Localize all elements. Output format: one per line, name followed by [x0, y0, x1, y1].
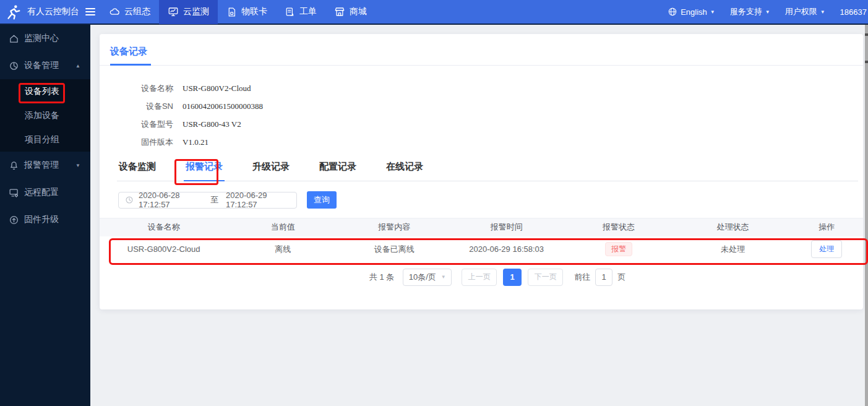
topbar-right: English ▼ 服务支持 ▼ 用户权限 ▼ 186637 [668, 6, 868, 17]
topnav-label: 工单 [299, 6, 317, 17]
total-count-label: 共 1 条 [369, 272, 394, 283]
chevron-down-icon: ▼ [441, 274, 446, 280]
permissions-dropdown[interactable]: 用户权限 ▼ [785, 6, 825, 17]
handle-button[interactable]: 处理 [811, 240, 842, 258]
goto-label: 前往 [574, 272, 590, 283]
tab-upgrade-record[interactable]: 升级记录 [251, 161, 291, 181]
page-title: 设备记录 [110, 46, 147, 65]
sidebar-item-label: 添加设备 [25, 110, 59, 121]
col-handle-status: 处理状态 [675, 218, 790, 236]
brand: 有人云控制台 [0, 4, 100, 20]
support-label: 服务支持 [730, 6, 762, 17]
chevron-down-icon: ▼ [765, 9, 770, 15]
end-datetime: 2020-06-29 17:12:57 [226, 191, 290, 209]
topnav-item-iot-sim[interactable]: 物联卡 [218, 0, 276, 24]
device-name-label: 设备名称 [100, 83, 173, 94]
sidebar-item-project-group[interactable]: 项目分组 [0, 127, 90, 152]
cell-alarm-time: 2020-06-29 16:58:03 [451, 236, 562, 262]
page-size-value: 10条/页 [409, 272, 436, 283]
header-divider [100, 65, 863, 66]
bell-icon [9, 160, 19, 171]
col-current-value: 当前值 [228, 218, 338, 236]
topnav-item-work-order[interactable]: 工单 [276, 0, 325, 24]
start-datetime: 2020-06-28 17:12:57 [139, 191, 203, 209]
device-info: 设备名称 USR-G800V2-Cloud 设备SN 0160042006150… [100, 79, 863, 151]
date-range-separator: 至 [210, 194, 218, 205]
firmware-version-label: 固件版本 [100, 137, 173, 148]
sidebar-item-label: 固件升级 [24, 214, 59, 225]
store-icon [334, 6, 345, 17]
page-size-select[interactable]: 10条/页 ▼ [403, 269, 452, 286]
device-name-value: USR-G800V2-Cloud [183, 84, 251, 93]
language-label: English [681, 7, 707, 17]
chevron-down-icon: ▼ [710, 9, 715, 15]
cell-operation: 处理 [791, 236, 863, 262]
scrollbar-mark [865, 61, 868, 63]
goto-page-input[interactable] [595, 269, 612, 286]
topnav-item-cloud-scada[interactable]: 云组态 [100, 0, 159, 24]
sidebar-item-remote-config[interactable]: 远程配置 [0, 179, 90, 206]
topnav-item-cloud-monitor[interactable]: 云监测 [159, 0, 218, 24]
sidebar-item-label: 报警管理 [24, 160, 59, 171]
hamburger-menu-icon[interactable] [85, 7, 95, 16]
col-alarm-content: 报警内容 [338, 218, 451, 236]
title-active-indicator [110, 64, 151, 66]
tab-online-record[interactable]: 在线记录 [384, 161, 425, 181]
top-navigation: 云组态 云监测 物联卡 [100, 0, 376, 24]
col-alarm-time: 报警时间 [451, 218, 562, 236]
topnav-label: 商城 [350, 6, 367, 17]
sidebar-item-add-device[interactable]: 添加设备 [0, 103, 90, 127]
query-button[interactable]: 查询 [307, 191, 337, 209]
device-info-row: 固件版本 V1.0.21 [100, 133, 863, 151]
alarm-record-table: 设备名称 当前值 报警内容 报警时间 报警状态 处理状态 操作 USR-G800… [100, 218, 863, 262]
monitor-icon [168, 6, 179, 17]
col-alarm-status: 报警状态 [562, 218, 676, 236]
usr-logo-icon [6, 4, 22, 20]
pagination: 共 1 条 10条/页 ▼ 上一页 1 下一页 前往 页 [100, 269, 863, 286]
chevron-up-icon: ▲ [75, 63, 80, 69]
device-info-row: 设备SN 01600420061500000388 [100, 97, 863, 115]
support-dropdown[interactable]: 服务支持 ▼ [730, 6, 770, 17]
sidebar-item-firmware-upgrade[interactable]: 固件升级 [0, 206, 90, 233]
cell-handle-status: 未处理 [675, 236, 790, 262]
col-device-name: 设备名称 [100, 218, 228, 236]
card-header: 设备记录 [100, 34, 863, 65]
col-operation: 操作 [791, 218, 863, 236]
sidebar-item-device-management[interactable]: 设备管理 ▲ [0, 52, 90, 79]
device-icon [9, 61, 19, 71]
topnav-label: 云监测 [183, 6, 209, 17]
sidebar-item-label: 设备管理 [24, 60, 59, 71]
account-number[interactable]: 186637 [840, 7, 867, 17]
cloud-icon [109, 6, 120, 17]
globe-icon [668, 7, 677, 17]
filter-bar: 2020-06-28 17:12:57 至 2020-06-29 17:12:5… [118, 191, 863, 209]
remote-config-icon [9, 188, 19, 198]
sidebar-item-device-list[interactable]: 设备列表 [0, 79, 90, 103]
goto-unit-label: 页 [617, 272, 625, 283]
firmware-upgrade-icon [9, 215, 19, 225]
ticket-icon [285, 7, 295, 17]
sidebar-item-monitor-center[interactable]: 监测中心 [0, 25, 90, 52]
prev-page-button[interactable]: 上一页 [462, 269, 497, 286]
current-page-button[interactable]: 1 [503, 269, 522, 286]
topnav-label: 物联卡 [241, 6, 267, 17]
goto-page: 前往 页 [574, 269, 625, 286]
tab-config-record[interactable]: 配置记录 [317, 161, 358, 181]
home-icon [9, 33, 19, 44]
sidebar-item-label: 远程配置 [24, 187, 59, 198]
sim-card-icon [226, 7, 237, 17]
next-page-button[interactable]: 下一页 [528, 269, 563, 286]
topnav-item-mall[interactable]: 商城 [325, 0, 376, 24]
tab-device-monitor[interactable]: 设备监测 [117, 161, 158, 181]
sidebar-item-alarm-management[interactable]: 报警管理 ▼ [0, 152, 90, 179]
table-row: USR-G800V2-Cloud 离线 设备已离线 2020-06-29 16:… [100, 236, 863, 262]
device-info-row: 设备型号 USR-G800-43 V2 [100, 115, 863, 133]
cell-alarm-status: 报警 [562, 236, 676, 262]
vertical-scrollbar[interactable] [865, 25, 868, 406]
date-range-input[interactable]: 2020-06-28 17:12:57 至 2020-06-29 17:12:5… [118, 192, 297, 209]
language-dropdown[interactable]: English ▼ [668, 7, 715, 17]
device-model-value: USR-G800-43 V2 [183, 119, 241, 129]
cell-device-name: USR-G800V2-Cloud [100, 236, 228, 262]
alarm-status-badge: 报警 [605, 242, 632, 256]
tab-alarm-record[interactable]: 报警记录 [184, 161, 225, 181]
